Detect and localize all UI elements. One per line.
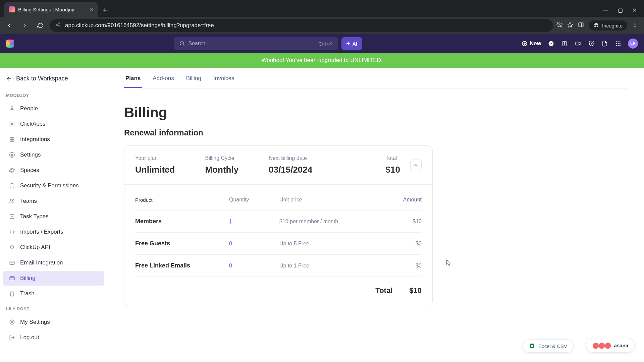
sidebar-item-logout[interactable]: Log out: [3, 330, 104, 345]
svg-point-5: [635, 24, 636, 25]
svg-rect-11: [576, 42, 579, 45]
apps-grid-icon[interactable]: [614, 40, 622, 47]
plug-icon: [9, 244, 15, 250]
gear-icon: [9, 319, 15, 325]
tab-plans[interactable]: Plans: [124, 75, 142, 88]
svg-point-24: [11, 123, 13, 125]
incognito-badge[interactable]: Incognito: [589, 20, 627, 31]
maximize-icon[interactable]: ▢: [618, 7, 623, 13]
collapse-button[interactable]: [410, 160, 422, 171]
section-title: Renewal information: [124, 128, 627, 137]
bookmark-icon[interactable]: [567, 22, 573, 29]
mail-icon: [9, 260, 15, 266]
svg-point-15: [620, 41, 621, 42]
svg-rect-3: [579, 23, 583, 27]
cycle-label: Billing Cycle: [205, 155, 238, 161]
panel-icon[interactable]: [578, 22, 584, 29]
alarm-icon[interactable]: [588, 40, 595, 47]
video-icon[interactable]: [574, 40, 582, 47]
plus-circle-icon: [522, 41, 528, 47]
sidebar-item-security[interactable]: Security & Permissions: [3, 178, 104, 193]
svg-point-32: [10, 199, 12, 201]
svg-rect-25: [10, 137, 12, 139]
excel-csv-pill[interactable]: Excel & CSV: [523, 339, 574, 353]
svg-point-14: [618, 41, 619, 42]
site-info-icon[interactable]: [55, 22, 61, 29]
users-icon: [9, 198, 15, 204]
sidebar-item-people[interactable]: People: [3, 101, 104, 116]
sidebar-item-task-types[interactable]: Task Types: [3, 209, 104, 224]
upgrade-banner: Woohoo! You've been upgraded to UNLIMITE…: [0, 53, 644, 68]
check-circle-icon[interactable]: [547, 40, 555, 47]
reload-icon[interactable]: [34, 19, 46, 32]
total-label: Total: [386, 155, 400, 161]
svg-point-9: [549, 41, 554, 46]
plan-value: Unlimited: [135, 165, 175, 175]
svg-point-6: [635, 26, 636, 27]
close-window-icon[interactable]: ✕: [632, 7, 637, 13]
sliders-icon: [9, 121, 15, 127]
asana-pill[interactable]: ⬤⬤⬤ asana: [586, 338, 635, 353]
sidebar-item-teams[interactable]: Teams: [3, 194, 104, 208]
eye-off-icon[interactable]: [556, 22, 562, 29]
plan-label: Your plan: [135, 155, 175, 161]
planet-icon: [9, 167, 15, 173]
tab-invoices[interactable]: Invoices: [212, 75, 235, 88]
sidebar-item-spaces[interactable]: Spaces: [3, 163, 104, 178]
table-total: Total $10: [124, 277, 432, 306]
new-button[interactable]: New: [522, 40, 541, 47]
tab-billing[interactable]: Billing: [185, 75, 203, 88]
svg-point-37: [11, 321, 13, 323]
svg-rect-28: [12, 140, 14, 141]
sidebar-item-api[interactable]: ClickUp API: [3, 240, 104, 255]
back-to-workspace[interactable]: Back to Workspace: [0, 68, 107, 88]
settings-tabs: Plans Add-ons Billing Invoices: [124, 68, 627, 88]
qty-link[interactable]: 1: [229, 219, 279, 225]
sidebar-item-trash[interactable]: Trash: [3, 286, 104, 301]
qty-link[interactable]: 0: [229, 241, 279, 247]
url-bar[interactable]: app.clickup.com/9016164592/settings/bill…: [50, 19, 553, 32]
avatar[interactable]: LR: [628, 39, 638, 49]
browser-tab[interactable]: Billing Settings | Moodjoy ×: [4, 2, 98, 17]
sidebar-item-clickapps[interactable]: ClickApps: [3, 117, 104, 131]
minimize-icon[interactable]: —: [603, 7, 608, 13]
ai-button[interactable]: ✦ AI: [341, 37, 362, 50]
new-tab-button[interactable]: +: [98, 6, 112, 17]
table-row: Free Linked Emails 0 Up to 1 Free $0: [135, 255, 422, 277]
close-icon[interactable]: ×: [90, 6, 93, 13]
doc-icon[interactable]: [601, 40, 608, 47]
svg-point-19: [616, 45, 617, 46]
sidebar-item-integrations[interactable]: Integrations: [3, 132, 104, 147]
page-title: Billing: [124, 105, 627, 121]
clickup-logo-icon[interactable]: [6, 40, 14, 48]
tab-addons[interactable]: Add-ons: [151, 75, 175, 88]
back-icon[interactable]: [3, 19, 15, 32]
svg-point-21: [620, 45, 621, 46]
svg-point-16: [616, 43, 617, 44]
search-input[interactable]: Search... Ctrl+K: [174, 37, 338, 50]
main-content: Plans Add-ons Billing Invoices Billing R…: [107, 68, 644, 362]
svg-point-17: [618, 43, 619, 44]
browser-toolbar: app.clickup.com/9016164592/settings/bill…: [0, 17, 644, 34]
chevron-up-icon: [413, 162, 419, 168]
sparkle-icon: ✦: [346, 41, 351, 47]
notepad-icon[interactable]: [561, 40, 568, 47]
svg-point-0: [56, 24, 57, 25]
favicon-icon: [9, 6, 15, 12]
table-row: Members 1 $10 per member / month $10: [135, 210, 422, 233]
forward-icon[interactable]: [19, 19, 31, 32]
checkbox-icon: [9, 214, 15, 220]
qty-link[interactable]: 0: [229, 263, 279, 269]
sidebar-item-my-settings[interactable]: My Settings: [3, 315, 104, 329]
next-date-value: 03/15/2024: [269, 165, 312, 175]
next-date-label: Next billing date: [269, 155, 312, 161]
url-text: app.clickup.com/9016164592/settings/bill…: [65, 22, 214, 29]
excel-icon: [529, 343, 535, 349]
kebab-icon[interactable]: [632, 22, 638, 29]
svg-point-2: [59, 26, 60, 27]
sidebar-item-billing[interactable]: Billing: [3, 271, 104, 286]
sidebar-item-imports[interactable]: Imports / Exports: [3, 225, 104, 239]
sidebar-item-email[interactable]: Email Integration: [3, 255, 104, 270]
svg-rect-23: [10, 122, 14, 126]
sidebar-item-settings[interactable]: Settings: [3, 147, 104, 162]
